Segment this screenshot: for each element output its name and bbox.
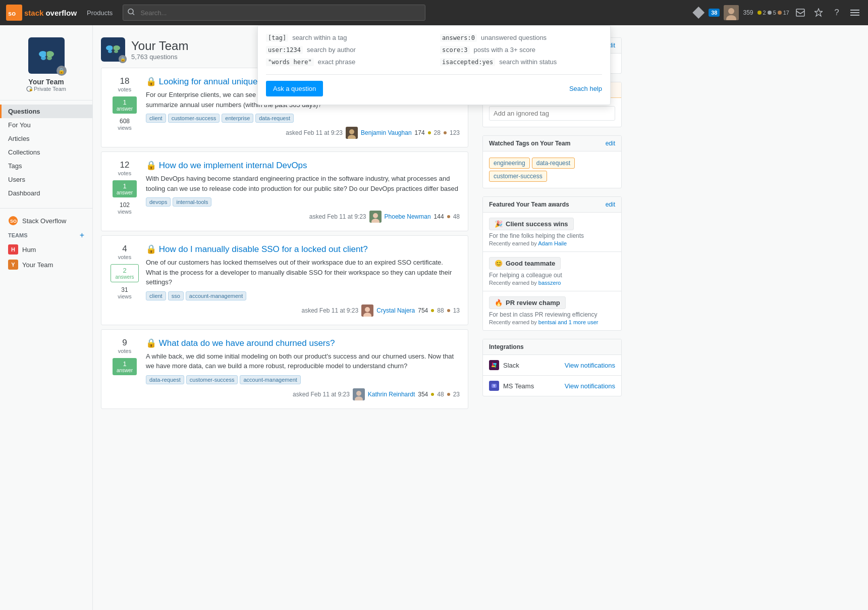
inbox-icon[interactable] — [793, 6, 807, 20]
sidebar-item-collections[interactable]: Collections — [0, 145, 92, 159]
award-earner-link[interactable]: basszero — [538, 280, 561, 286]
tag-account-management[interactable]: account-management — [186, 291, 246, 300]
awards-title: Featured Your Team awards — [489, 201, 569, 208]
user-name[interactable]: Benjamin Vaughan — [361, 129, 412, 136]
gold-badge-dot — [757, 11, 762, 15]
search-dropdown-footer: Ask a question Seach help — [266, 74, 602, 96]
tag-account-management[interactable]: account-management — [240, 375, 300, 384]
watched-tag-data-request[interactable]: data-request — [532, 158, 575, 169]
votes-box: 18 votes — [118, 76, 131, 92]
help-icon[interactable]: ? — [830, 6, 844, 20]
team-header-private-badge: 🔒 — [119, 55, 127, 63]
sidebar-item-tags[interactable]: Tags — [0, 159, 92, 173]
question-stats: 18 votes 1 answer 608 views — [110, 76, 140, 139]
user-name[interactable]: Kathrin Reinhardt — [368, 391, 415, 398]
watched-tag-customer-success[interactable]: customer-success — [489, 171, 547, 182]
question-count: 5,763 questions — [131, 53, 188, 61]
award-earned: Recently earned by basszero — [489, 280, 615, 286]
watched-tag-engineering[interactable]: engineering — [489, 158, 530, 169]
team-header-icon: 🔒 — [101, 37, 125, 62]
svg-point-15 — [41, 56, 46, 60]
avatar[interactable] — [724, 5, 739, 20]
views-label: views — [118, 125, 132, 131]
sidebar-item-users[interactable]: Users — [0, 173, 92, 186]
achievements-icon[interactable] — [811, 6, 826, 20]
user-rep: 354 — [418, 391, 428, 398]
sidebar-team-profile: 🔒 Your Team 🔒 Private Team — [0, 33, 92, 100]
gold-dot — [431, 309, 434, 312]
left-sidebar: 🔒 Your Team 🔒 Private Team Questions For… — [0, 25, 93, 610]
views-box: 31 views — [118, 286, 132, 299]
award-earner-link[interactable]: Adam Haile — [538, 240, 567, 246]
award-item-pr: 🔥 PR review champ For best in class PR r… — [483, 291, 621, 330]
notification-badge[interactable]: 38 — [709, 9, 720, 17]
hamburger-icon[interactable] — [848, 6, 862, 20]
ignored-tag-input[interactable] — [489, 106, 615, 121]
products-menu[interactable]: Products — [83, 6, 117, 20]
ask-question-button[interactable]: Ask a question — [266, 81, 323, 96]
watched-tags-widget: Watched Tags on Your Team edit engineeri… — [482, 135, 622, 188]
award-badge-good-teammate[interactable]: 😊 Good teammate — [489, 257, 561, 270]
award-badge-client-success[interactable]: 🎉 Client success wins — [489, 218, 574, 230]
tag-data-request[interactable]: data-request — [255, 114, 294, 123]
tag-devops[interactable]: devops — [146, 197, 171, 207]
msteams-integration: T MS Teams View notifications — [483, 376, 621, 396]
sidebar-team-hum[interactable]: H Hum — [0, 242, 92, 257]
question-title[interactable]: 🔒 What data do we have around churned us… — [146, 338, 460, 348]
integrations-title: Integrations — [489, 343, 524, 350]
svg-text:so: so — [8, 10, 16, 17]
answer-badge: 1 answer — [113, 180, 137, 197]
watched-tags-edit[interactable]: edit — [606, 140, 615, 147]
sidebar-item-for-you[interactable]: For You — [0, 118, 92, 132]
hint-row-answers: answers:0 unanswered questions — [440, 34, 602, 42]
tag-enterprise[interactable]: enterprise — [222, 114, 253, 123]
search-wrap — [123, 5, 425, 21]
awards-edit[interactable]: edit — [606, 201, 615, 208]
award-badge-pr-champ[interactable]: 🔥 PR review champ — [489, 296, 566, 309]
question-title[interactable]: 🔒 How do I manually disable SSO for a lo… — [146, 244, 460, 255]
silver-badge-dot — [768, 11, 772, 15]
msteams-view-link[interactable]: View notifications — [565, 382, 615, 390]
hint-row-tag: [tag] search within a tag — [266, 34, 428, 42]
view-count: 102 — [118, 201, 132, 209]
question-excerpt: With DevOps having become standard engin… — [146, 174, 460, 193]
slack-view-link[interactable]: View notifications — [565, 362, 615, 369]
tag-client[interactable]: client — [146, 114, 166, 123]
reputation-badges: 2 5 17 — [757, 10, 790, 16]
question-tags: data-request customer-success account-ma… — [146, 375, 460, 384]
teams-add-button[interactable]: + — [80, 231, 84, 240]
hint-row-user: user:1234 search by author — [266, 46, 428, 54]
award-earned: Recently earned by bentsai and 1 more us… — [489, 319, 615, 325]
votes-label: votes — [118, 254, 131, 260]
sidebar-team-your-team[interactable]: Y Your Team — [0, 257, 92, 272]
site-logo[interactable]: so stack overflow — [6, 5, 77, 21]
top-navigation: so stack overflow Products 38 359 2 5 17 — [0, 0, 868, 25]
tag-data-request[interactable]: data-request — [146, 375, 184, 384]
search-input[interactable] — [123, 5, 425, 21]
slack-label: Slack — [503, 362, 519, 369]
svg-rect-44 — [493, 363, 497, 365]
sidebar-stackoverflow-link[interactable]: SO Stack Overflow — [0, 213, 92, 229]
sidebar-item-articles[interactable]: Articles — [0, 132, 92, 145]
award-name: PR review champ — [506, 299, 560, 307]
award-desc: For the fine folks helping the clients — [489, 232, 615, 239]
user-name[interactable]: Crystal Najera — [376, 307, 415, 314]
diamond-icon[interactable] — [692, 7, 704, 19]
tag-sso[interactable]: sso — [168, 291, 184, 300]
tag-client[interactable]: client — [146, 291, 166, 300]
question-tags: client sso account-management — [146, 291, 460, 300]
questions-nav-section: Questions For You Articles Collections T… — [0, 105, 92, 204]
tag-internal-tools[interactable]: internal-tools — [173, 197, 211, 207]
award-earner-link[interactable]: bentsai and 1 more user — [538, 319, 599, 325]
question-title[interactable]: 🔒 How do we implement internal DevOps — [146, 160, 460, 171]
sidebar-item-dashboard[interactable]: Dashboard — [0, 186, 92, 200]
tag-customer-success[interactable]: customer-success — [186, 375, 238, 384]
svg-text:🔒: 🔒 — [29, 87, 33, 91]
search-help-link[interactable]: Seach help — [569, 85, 602, 92]
team-title-wrap: Your Team 5,763 questions — [131, 39, 188, 61]
hint-desc-user: search by author — [307, 46, 356, 54]
sidebar-item-questions[interactable]: Questions — [0, 105, 92, 118]
user-name[interactable]: Phoebe Newman — [385, 213, 431, 220]
user-avatar — [361, 304, 373, 317]
tag-customer-success[interactable]: customer-success — [168, 114, 220, 123]
